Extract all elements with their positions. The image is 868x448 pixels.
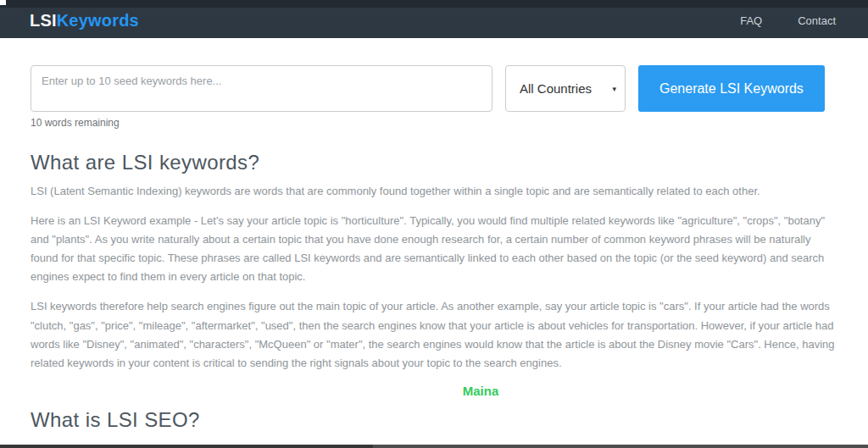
section-what-is-lsi-seo: What is LSI SEO? LSI SEO is the method o…: [31, 408, 836, 448]
nav-link-contact[interactable]: Contact: [798, 14, 836, 27]
section-what-are-lsi-keywords: What are LSI keywords? LSI (Latent Seman…: [31, 151, 836, 373]
window-corner-notch: [0, 0, 6, 5]
country-select[interactable]: All Countries: [505, 65, 626, 112]
main-content: All Countries ▾ Generate LSI Keywords 10…: [0, 65, 868, 448]
watermark-maina: Maina: [0, 384, 868, 398]
country-select-wrap: All Countries ▾: [505, 65, 626, 112]
brand-keywords-text: Keywords: [57, 11, 139, 30]
section-paragraph: Here is an LSI Keyword example - Let's s…: [31, 212, 836, 286]
section-heading: What is LSI SEO?: [31, 408, 836, 432]
navbar: LSIKeywords FAQ Contact: [0, 0, 868, 38]
keyword-search-row: All Countries ▾ Generate LSI Keywords: [31, 65, 837, 112]
words-remaining-counter: 10 words remaining: [31, 117, 837, 129]
bottom-bar: [0, 445, 868, 448]
brand-logo[interactable]: LSIKeywords: [30, 11, 139, 30]
nav-link-faq[interactable]: FAQ: [740, 14, 762, 27]
section-paragraph: LSI (Latent Semantic Indexing) keywords …: [31, 182, 836, 201]
section-heading: What are LSI keywords?: [31, 151, 836, 174]
seed-keywords-input[interactable]: [31, 65, 492, 112]
section-paragraph: LSI keywords therefore help search engin…: [31, 297, 836, 372]
brand-lsi-text: LSI: [30, 11, 57, 30]
generate-lsi-keywords-button[interactable]: Generate LSI Keywords: [638, 65, 825, 112]
nav-links: FAQ Contact: [740, 14, 836, 27]
